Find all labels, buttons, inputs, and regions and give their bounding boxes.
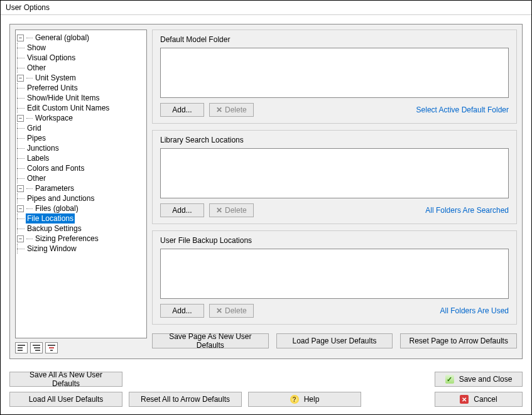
tree-item[interactable]: File Locations <box>26 213 75 224</box>
right-panel: Default Model Folder Add... ✕ Delete Sel… <box>152 30 517 353</box>
svg-rect-0 <box>18 345 25 346</box>
delete-label: Delete <box>225 206 247 215</box>
tree-expand-icon[interactable] <box>30 342 43 353</box>
tree-item[interactable]: Visual Options <box>26 53 77 63</box>
group-title: Default Model Folder <box>160 35 509 44</box>
svg-rect-4 <box>34 347 40 348</box>
tree-group-label[interactable]: General (global) <box>34 33 90 43</box>
tree-expander-icon[interactable]: − <box>17 35 24 41</box>
cancel-label: Cancel <box>474 395 497 404</box>
tree-expander-icon[interactable]: − <box>17 75 24 82</box>
svg-rect-3 <box>33 345 40 346</box>
tree-item[interactable]: Grid <box>26 123 43 133</box>
check-icon: ✓ <box>445 375 454 384</box>
close-icon: ✕ <box>216 306 222 315</box>
group-default-model-folder: Default Model Folder Add... ✕ Delete Sel… <box>152 30 517 124</box>
delete-label: Delete <box>225 306 247 315</box>
tree-filter-icon[interactable] <box>45 342 58 353</box>
group-title: User File Backup Locations <box>160 236 509 245</box>
delete-button[interactable]: ✕ Delete <box>209 304 254 318</box>
save-and-close-button[interactable]: ✓ Save and Close <box>435 372 523 387</box>
status-link[interactable]: Select Active Default Folder <box>416 105 509 114</box>
tree-item[interactable]: Sizing Window <box>26 244 78 254</box>
tree-expander-icon[interactable]: − <box>17 115 24 122</box>
delete-button[interactable]: ✕ Delete <box>209 203 254 217</box>
group-controls: Add... ✕ Delete All Folders Are Searched <box>160 203 509 217</box>
close-icon: ✕ <box>216 206 222 215</box>
nav-tree[interactable]: −General (global)ShowVisual OptionsOther… <box>15 30 147 338</box>
delete-button[interactable]: ✕ Delete <box>209 103 254 117</box>
tree-panel: −General (global)ShowVisual OptionsOther… <box>15 30 147 353</box>
tree-item[interactable]: Preferred Units <box>26 83 79 93</box>
tree-item[interactable]: Junctions <box>26 143 60 153</box>
svg-rect-6 <box>48 345 55 346</box>
svg-rect-2 <box>18 350 23 351</box>
save-close-label: Save and Close <box>459 375 513 384</box>
help-button[interactable]: ? Help <box>248 392 361 407</box>
save-all-defaults-button[interactable]: Save All As New User Defaults <box>9 372 122 387</box>
group-controls: Add... ✕ Delete All Folders Are Used <box>160 304 509 318</box>
reset-all-arrow-button[interactable]: Reset All to Arrow Defaults <box>129 392 242 407</box>
add-button[interactable]: Add... <box>160 103 204 117</box>
tree-toolbar <box>15 342 147 353</box>
tree-item[interactable]: Labels <box>26 153 50 163</box>
group-library-search-locations: Library Search Locations Add... ✕ Delete… <box>152 130 517 224</box>
svg-rect-8 <box>50 350 53 351</box>
tree-group-label[interactable]: Workspace <box>34 113 74 123</box>
reset-page-arrow-button[interactable]: Reset Page to Arrow Defaults <box>400 333 517 348</box>
tree-item[interactable]: Show <box>26 43 47 53</box>
svg-rect-1 <box>18 347 23 348</box>
svg-rect-5 <box>35 350 40 351</box>
cancel-button[interactable]: ✕ Cancel <box>435 392 523 407</box>
content-frame: −General (global)ShowVisual OptionsOther… <box>9 24 523 359</box>
tree-item[interactable]: Edit Custom Unit Names <box>26 103 111 113</box>
tree-item[interactable]: Other <box>26 63 47 73</box>
help-label: Help <box>304 395 320 404</box>
tree-group-label[interactable]: Parameters <box>34 183 75 193</box>
load-page-defaults-button[interactable]: Load Page User Defaults <box>276 333 393 348</box>
group-user-file-backup: User File Backup Locations Add... ✕ Dele… <box>152 230 517 325</box>
tree-item[interactable]: Show/Hide Unit Items <box>26 93 100 103</box>
tree-expander-icon[interactable]: − <box>17 205 24 212</box>
add-button[interactable]: Add... <box>160 304 204 318</box>
user-options-window: User Options −General (global)ShowVisual… <box>0 0 532 415</box>
tree-expander-icon[interactable]: − <box>17 185 24 192</box>
bottom-bar: Save All As New User Defaults ✓ Save and… <box>9 372 523 407</box>
delete-label: Delete <box>225 105 247 114</box>
page-buttons: Save Page As New User Defaults Load Page… <box>152 333 517 348</box>
status-link: All Folders Are Used <box>440 306 509 315</box>
svg-rect-7 <box>49 347 54 348</box>
window-title: User Options <box>1 1 531 15</box>
default-model-folder-list[interactable] <box>160 48 509 98</box>
group-title: Library Search Locations <box>160 136 509 144</box>
tree-item[interactable]: Colors and Fonts <box>26 163 85 173</box>
cancel-icon: ✕ <box>460 395 469 404</box>
tree-item[interactable]: Other <box>26 173 47 183</box>
tree-item[interactable]: Pipes <box>26 133 47 143</box>
tree-collapse-icon[interactable] <box>15 342 28 353</box>
help-icon: ? <box>290 395 299 404</box>
tree-expander-icon[interactable]: − <box>17 235 24 242</box>
status-link: All Folders Are Searched <box>425 206 509 215</box>
group-controls: Add... ✕ Delete Select Active Default Fo… <box>160 103 509 117</box>
library-search-list[interactable] <box>160 148 509 198</box>
tree-group-label[interactable]: Files (global) <box>34 203 80 213</box>
load-all-defaults-button[interactable]: Load All User Defaults <box>9 392 122 407</box>
tree-group-label[interactable]: Sizing Preferences <box>34 234 100 244</box>
save-page-defaults-button[interactable]: Save Page As New User Defaults <box>152 333 269 348</box>
tree-group-label[interactable]: Unit System <box>34 73 77 83</box>
tree-item[interactable]: Pipes and Junctions <box>26 193 95 203</box>
upper-row: −General (global)ShowVisual OptionsOther… <box>15 30 517 353</box>
backup-locations-list[interactable] <box>160 249 509 299</box>
close-icon: ✕ <box>216 105 222 114</box>
tree-item[interactable]: Backup Settings <box>26 224 83 234</box>
add-button[interactable]: Add... <box>160 203 204 217</box>
